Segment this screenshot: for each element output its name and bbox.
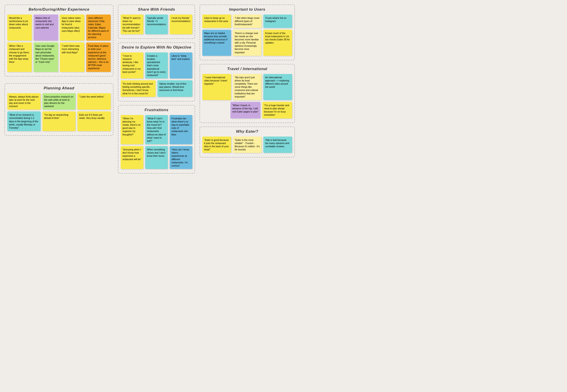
sticky-frust-2: "What if I don't know what I'm in the mo…: [145, 115, 168, 144]
frustrations-row-2: "Annoying when I don't know how expensiv…: [121, 146, 192, 169]
why-eater-row-1: "Eater is good because it puts the resta…: [202, 137, 292, 153]
why-eater-title: Why Eater?: [202, 129, 292, 134]
frustrations-row-1: "When I'm planning my meals, there's no …: [121, 115, 192, 144]
sticky-before-6: User uses Google Maps to set her own pin…: [34, 42, 58, 72]
sticky-imp-5: There's a change over her needs as she b…: [233, 30, 262, 56]
sticky-imp-3: Trusts what's hot on Instagram: [263, 14, 292, 28]
sticky-before-3: Uses native notes App to save ideas for …: [60, 14, 84, 41]
important-users-title: Important to Users: [202, 7, 292, 12]
planning-row-2: "Most of my research is concentrated dur…: [7, 111, 111, 131]
share-friends-title: Share With Friends: [121, 7, 192, 12]
sticky-plan-5: "I'm big on researching ahead of time": [42, 111, 76, 131]
sticky-frust-1: "When I'm planning my meals, there's no …: [121, 115, 143, 144]
sticky-imp-1: Likes to keep up on restaurants in the a…: [202, 14, 231, 28]
sticky-before-7: "I wish there was more interacting with …: [60, 42, 84, 72]
travel-row-2: "When I travel, in advance of the trip, …: [202, 102, 292, 118]
before-during-after-title: Before/During/After Experience: [7, 7, 111, 12]
sticky-before-2: Makes lists of restaurants she wants to …: [34, 14, 58, 41]
sticky-frust-3: Frustrates her when there's no way to sa…: [170, 115, 192, 144]
before-row-1: Would like a section/area to jot down no…: [7, 14, 111, 41]
planning-row-1: Always, always finds places later at wor…: [7, 93, 111, 110]
sticky-before-5: When I like a restaurant and choose to g…: [7, 42, 32, 72]
sticky-imp-4: Maps are so helpful because they provide…: [202, 30, 231, 56]
sticky-share-2: Typically sends friends ~3 recommendatio…: [145, 14, 168, 34]
sticky-explore-3: Likes to "deep dive" and explore: [170, 52, 192, 79]
sticky-explore-4: "It's both clicking around and finding s…: [121, 80, 156, 97]
sticky-travel-1: "I want International cities because I t…: [202, 74, 231, 100]
sticky-share-3: I trust my friends' recommendations: [170, 14, 192, 34]
sticky-eater-3: Yelp is bad because too many opinions an…: [263, 137, 292, 153]
sticky-frust-5: When something closes and I don't know t…: [145, 146, 168, 169]
sticky-plan-1: Always, always finds places later at wor…: [7, 93, 41, 110]
sticky-travel-5: "I'm a huge traveler and need to plan ah…: [262, 102, 292, 118]
planning-ahead-title: Planning Ahead: [7, 86, 111, 91]
travel-row-1: "I want International cities because I t…: [202, 74, 292, 100]
sticky-imp-2: "I like when blogs cover different types…: [233, 14, 262, 28]
share-row-1: "What if I want to share my recommendati…: [121, 14, 192, 34]
sticky-before-1: Would like a section/area to jot down no…: [7, 14, 32, 41]
sticky-explore-1: "I love to research aimlessly. I like ha…: [121, 52, 143, 79]
sticky-travel-3: An International approach --> exploring …: [263, 74, 292, 100]
sticky-eater-1: "Eater is good because it puts the resta…: [202, 137, 231, 153]
sticky-explore-5: Values smaller, out-of-the-way places. W…: [157, 80, 192, 97]
sticky-imp-6: Knows much of the local restaurants in L…: [263, 30, 292, 56]
sticky-plan-4: "Most of my research is concentrated dur…: [7, 111, 41, 131]
sticky-travel-4: "When I travel, in advance of the trip, …: [230, 102, 260, 118]
sticky-frust-4: "Annoying when I don't know how expensiv…: [121, 146, 143, 169]
sticky-explore-2: Creates a location spreadsheet that's mo…: [145, 52, 168, 79]
travel-title: Travel / International: [202, 67, 292, 71]
sticky-plan-3: "I plan the week before": [77, 93, 111, 110]
sticky-plan-2: Does proactive research on the web while…: [42, 93, 76, 110]
desire-explore-title: Desire to Explore With No Objective: [121, 45, 192, 50]
explore-row-1: "I love to research aimlessly. I like ha…: [121, 52, 192, 79]
sticky-travel-2: "My trips aren't just driven by food com…: [233, 74, 262, 100]
sticky-frust-6: "How can I know others' experiences at d…: [170, 146, 192, 169]
important-row-1: Likes to keep up on restaurants in the a…: [202, 14, 292, 28]
sticky-plan-6: Eats out 4-5 times per week. Very busy u…: [77, 111, 111, 131]
before-row-2: When I like a restaurant and choose to g…: [7, 42, 111, 72]
sticky-before-4: Uses different resources (Yelp, notes, E…: [86, 14, 111, 41]
sticky-eater-2: "Eater is the most reliable" - Trusted -…: [233, 137, 262, 153]
sticky-before-8: Food diary or place to write your experi…: [86, 42, 111, 72]
sticky-share-1: "What if I want to share my recommendati…: [121, 14, 143, 34]
frustrations-title: Frustrations: [121, 108, 192, 112]
important-row-2: Maps are so helpful because they provide…: [202, 30, 292, 56]
explore-row-2: "It's both clicking around and finding s…: [121, 80, 192, 97]
